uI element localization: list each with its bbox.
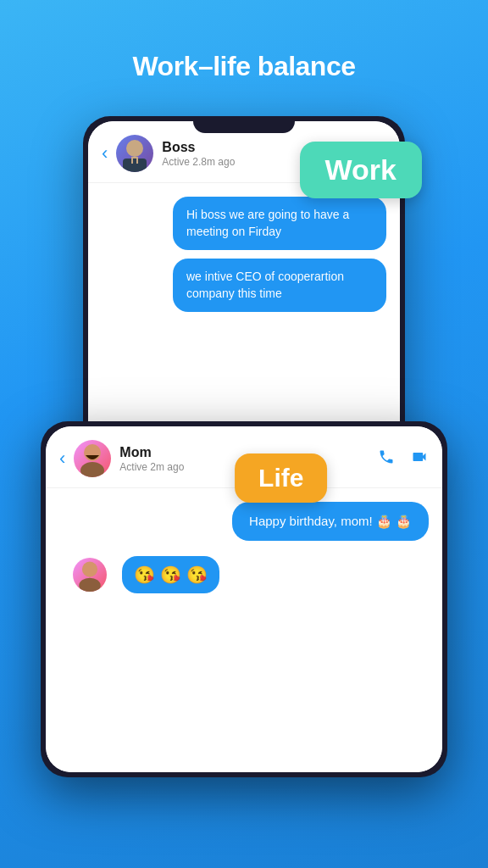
- life-emoji-row: 😘 😘 😘: [59, 549, 429, 600]
- work-back-arrow[interactable]: ‹: [102, 142, 108, 164]
- life-messages: Happy birthday, mom! 🎂 🎂 😘 😘: [46, 488, 442, 772]
- life-avatar: [74, 440, 111, 477]
- work-message-1: Hi boss we are going to have a meeting o…: [173, 197, 386, 250]
- life-avatar-small: [73, 558, 107, 592]
- phone-notch: [193, 116, 295, 133]
- life-emoji-bubble: 😘 😘 😘: [122, 556, 219, 593]
- emoji-1: 😘: [134, 565, 155, 585]
- svg-point-5: [80, 462, 104, 477]
- page-title: Work–life balance: [132, 51, 355, 82]
- phones-container: ‹ Boss Active 2.8m ago: [41, 116, 447, 777]
- svg-point-7: [79, 578, 100, 592]
- life-label-bubble: Life: [235, 453, 327, 503]
- emoji-2: 😘: [160, 565, 181, 585]
- emoji-3: 😘: [186, 565, 208, 585]
- life-header-icons: [378, 448, 429, 470]
- life-video-icon[interactable]: [410, 448, 429, 470]
- life-call-icon[interactable]: [378, 448, 395, 470]
- svg-point-0: [126, 140, 143, 157]
- life-birthday-message: Happy birthday, mom! 🎂 🎂: [232, 502, 429, 541]
- work-avatar: [116, 135, 153, 172]
- life-back-arrow[interactable]: ‹: [59, 448, 65, 470]
- svg-point-6: [82, 562, 97, 577]
- work-message-2: we intive CEO of cooperartion company th…: [173, 259, 386, 312]
- svg-rect-3: [133, 159, 136, 164]
- work-label-bubble: Work: [300, 142, 422, 198]
